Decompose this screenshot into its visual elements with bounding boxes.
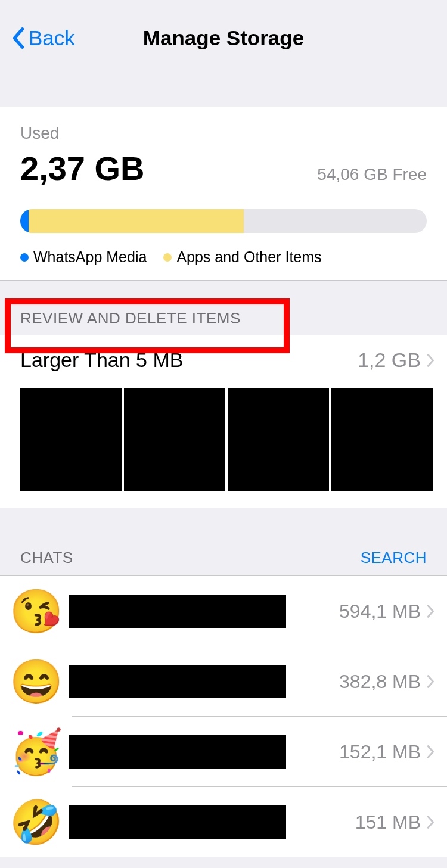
legend-media: WhatsApp Media xyxy=(20,248,147,266)
storage-segment-apps xyxy=(29,209,244,233)
chat-avatar: 😄 xyxy=(12,657,61,706)
chat-list: 😘 594,1 MB 😄 382,8 MB 🥳 152,1 MB 🤣 151 M… xyxy=(0,576,447,857)
storage-segment-media xyxy=(20,209,29,233)
larger-than-label: Larger Than 5 MB xyxy=(20,349,183,372)
larger-than-size: 1,2 GB xyxy=(358,349,421,372)
media-thumbnails xyxy=(20,388,435,491)
chats-label: CHATS xyxy=(20,549,73,567)
legend-apps-label: Apps and Other Items xyxy=(176,248,321,266)
dot-icon xyxy=(163,253,172,262)
review-section-header: REVIEW AND DELETE ITEMS xyxy=(0,281,447,335)
chat-row[interactable]: 🤣 151 MB xyxy=(0,787,447,857)
used-value: 2,37 GB xyxy=(20,149,145,188)
chat-avatar: 🥳 xyxy=(12,727,61,776)
chat-name-redacted xyxy=(69,805,286,839)
chat-row[interactable]: 😘 594,1 MB xyxy=(0,576,447,646)
chat-name-redacted xyxy=(69,735,286,769)
media-thumbnail[interactable] xyxy=(124,388,225,491)
chat-row[interactable]: 😄 382,8 MB xyxy=(0,646,447,717)
chat-avatar: 😘 xyxy=(12,587,61,636)
used-label: Used xyxy=(20,124,427,143)
chat-name-redacted xyxy=(69,595,286,628)
review-section-title: REVIEW AND DELETE ITEMS xyxy=(20,309,241,327)
chevron-right-icon xyxy=(427,604,435,618)
media-thumbnail[interactable] xyxy=(331,388,433,491)
chat-row[interactable]: 🥳 152,1 MB xyxy=(0,717,447,787)
header: Back Manage Storage xyxy=(0,0,447,107)
chevron-right-icon xyxy=(427,745,435,759)
search-button[interactable]: SEARCH xyxy=(361,549,427,567)
chat-name-redacted xyxy=(69,665,286,698)
chats-section-header: CHATS SEARCH xyxy=(0,508,447,576)
media-thumbnail[interactable] xyxy=(228,388,329,491)
legend-media-label: WhatsApp Media xyxy=(33,248,147,266)
dot-icon xyxy=(20,253,29,262)
legend-apps: Apps and Other Items xyxy=(163,248,321,266)
storage-panel: Used 2,37 GB 54,06 GB Free WhatsApp Medi… xyxy=(0,107,447,281)
chevron-right-icon xyxy=(427,815,435,829)
chat-size: 152,1 MB xyxy=(339,741,421,763)
chat-size: 594,1 MB xyxy=(339,601,421,623)
chat-size: 382,8 MB xyxy=(339,671,421,693)
page-title: Manage Storage xyxy=(0,26,447,50)
storage-legend: WhatsApp Media Apps and Other Items xyxy=(20,248,427,266)
larger-than-row[interactable]: Larger Than 5 MB 1,2 GB xyxy=(0,335,447,508)
chevron-right-icon xyxy=(427,353,435,368)
storage-bar xyxy=(20,209,427,233)
chat-avatar: 🤣 xyxy=(12,798,61,847)
media-thumbnail[interactable] xyxy=(20,388,122,491)
chevron-right-icon xyxy=(427,674,435,689)
chat-size: 151 MB xyxy=(355,811,421,833)
free-value: 54,06 GB Free xyxy=(317,165,427,184)
